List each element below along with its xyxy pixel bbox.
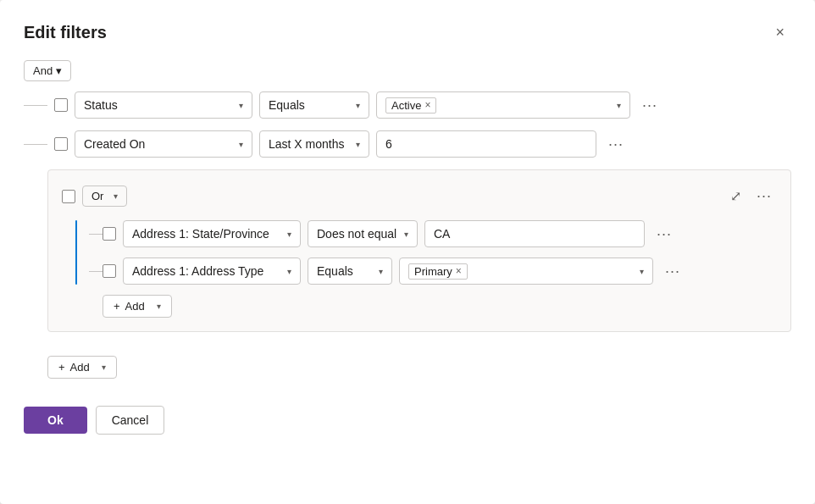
address-type-more-button[interactable]: ··· <box>660 259 685 284</box>
main-add-label: Add <box>70 361 90 374</box>
state-filter-row: Address 1: State/Province ▾ Does not equ… <box>75 220 777 247</box>
state-field-chevron-icon: ▾ <box>287 230 291 239</box>
status-field-chevron-icon: ▾ <box>239 101 243 110</box>
or-chevron-icon: ▾ <box>114 191 118 201</box>
status-checkbox[interactable] <box>54 98 68 112</box>
collapse-button[interactable]: ⤢ <box>727 185 745 208</box>
address-type-tag-label: Primary <box>414 265 452 278</box>
ok-button[interactable]: Ok <box>24 407 87 434</box>
created-on-value-field[interactable]: 6 <box>376 130 596 158</box>
state-operator-label: Does not equal <box>317 227 396 241</box>
or-group: Or ▾ ⤢ ··· Address 1: State/Province <box>47 169 791 332</box>
state-more-button[interactable]: ··· <box>651 222 677 246</box>
address-type-value-chevron-icon: ▾ <box>640 267 644 276</box>
address-type-checkbox[interactable] <box>103 264 116 278</box>
or-inner-content: Address 1: State/Province ▾ Does not equ… <box>62 220 777 285</box>
close-button[interactable]: × <box>768 20 791 45</box>
created-on-field-chevron-icon: ▾ <box>239 140 243 149</box>
inner-add-chevron-icon: ▾ <box>157 302 161 311</box>
created-on-operator-select[interactable]: Last X months ▾ <box>259 130 369 158</box>
state-checkbox[interactable] <box>103 227 116 241</box>
state-operator-chevron-icon: ▾ <box>404 230 408 239</box>
main-add-row: + Add ▾ <box>24 356 791 379</box>
or-button[interactable]: Or ▾ <box>82 186 127 207</box>
address-type-operator-label: Equals <box>317 264 353 278</box>
edit-filters-dialog: Edit filters × And ▾ Status ▾ Equals ▾ A… <box>0 0 815 504</box>
state-field-label: Address 1: State/Province <box>132 227 269 241</box>
footer: Ok Cancel <box>24 406 791 435</box>
inner-add-label: Add <box>125 300 145 313</box>
cancel-button[interactable]: Cancel <box>96 406 165 435</box>
dialog-header: Edit filters × <box>24 20 791 45</box>
and-row: And ▾ <box>24 60 791 81</box>
created-on-operator-label: Last X months <box>269 137 345 151</box>
inner-add-row: + Add ▾ <box>62 295 777 318</box>
created-on-field-label: Created On <box>84 137 145 151</box>
status-tag-remove-icon[interactable]: × <box>424 99 430 111</box>
main-add-plus-icon: + <box>58 361 65 374</box>
address-type-value-tag: Primary × <box>408 263 468 280</box>
inner-add-plus-icon: + <box>114 300 120 313</box>
status-value-tag: Active × <box>385 97 436 114</box>
and-chevron-icon: ▾ <box>56 64 62 77</box>
or-group-actions: ⤢ ··· <box>727 184 777 208</box>
created-on-more-button[interactable]: ··· <box>603 132 629 157</box>
status-tag-label: Active <box>391 99 421 112</box>
or-group-header: Or ▾ ⤢ ··· <box>62 184 777 208</box>
dialog-title: Edit filters <box>24 23 107 42</box>
created-on-field-select[interactable]: Created On ▾ <box>75 130 252 158</box>
address-type-field-select[interactable]: Address 1: Address Type ▾ <box>123 258 301 285</box>
status-field-select[interactable]: Status ▾ <box>75 91 252 119</box>
main-add-chevron-icon: ▾ <box>102 363 106 372</box>
status-more-button[interactable]: ··· <box>637 93 663 118</box>
state-value-text: CA <box>434 227 450 241</box>
or-group-more-button[interactable]: ··· <box>751 184 777 208</box>
address-type-field-label: Address 1: Address Type <box>132 264 263 278</box>
status-value-chevron-icon: ▾ <box>617 101 621 110</box>
address-type-field-chevron-icon: ▾ <box>287 267 291 276</box>
state-field-select[interactable]: Address 1: State/Province ▾ <box>123 220 301 247</box>
status-operator-label: Equals <box>269 98 305 112</box>
created-on-checkbox[interactable] <box>54 137 68 151</box>
address-type-value-field[interactable]: Primary × ▾ <box>399 258 653 285</box>
status-field-label: Status <box>84 98 118 112</box>
address-type-filter-row: Address 1: Address Type ▾ Equals ▾ Prima… <box>75 258 777 285</box>
status-value-field[interactable]: Active × ▾ <box>376 91 630 119</box>
or-label: Or <box>91 190 103 202</box>
and-label: And <box>33 64 53 77</box>
status-filter-row: Status ▾ Equals ▾ Active × ▾ ··· <box>24 91 791 119</box>
address-type-operator-chevron-icon: ▾ <box>379 267 383 276</box>
created-on-operator-chevron-icon: ▾ <box>356 140 360 149</box>
status-operator-chevron-icon: ▾ <box>356 101 360 110</box>
or-group-checkbox[interactable] <box>62 190 75 203</box>
main-add-button[interactable]: + Add ▾ <box>47 356 117 379</box>
created-on-filter-row: Created On ▾ Last X months ▾ 6 ··· <box>24 130 791 158</box>
address-type-tag-remove-icon[interactable]: × <box>456 265 462 277</box>
or-group-left: Or ▾ <box>62 186 127 207</box>
address-type-operator-select[interactable]: Equals ▾ <box>308 258 392 285</box>
created-on-value-text: 6 <box>385 137 392 151</box>
status-operator-select[interactable]: Equals ▾ <box>259 91 369 119</box>
and-button[interactable]: And ▾ <box>24 60 71 81</box>
state-value-field[interactable]: CA <box>424 220 645 247</box>
inner-add-button[interactable]: + Add ▾ <box>103 295 172 318</box>
state-operator-select[interactable]: Does not equal ▾ <box>308 220 418 247</box>
